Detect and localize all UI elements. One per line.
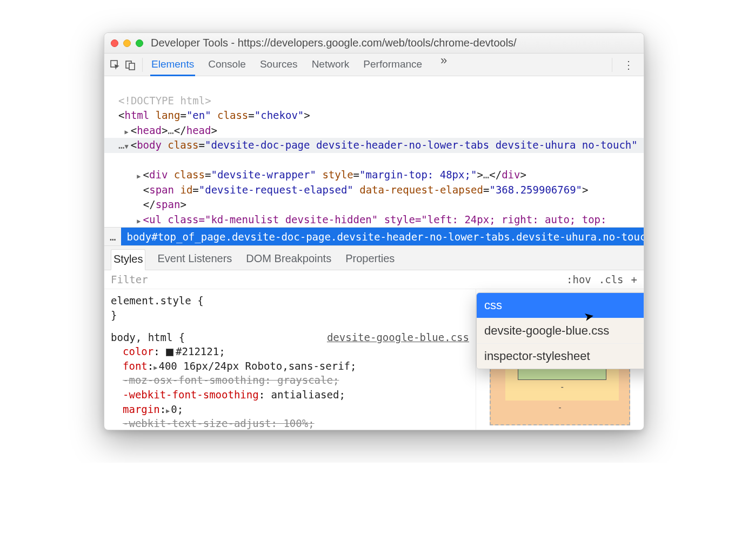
- expand-triangle-icon[interactable]: [137, 214, 143, 225]
- svg-rect-2: [129, 63, 135, 70]
- dom-doctype: <!DOCTYPE html>: [104, 95, 211, 106]
- expand-triangle-icon[interactable]: [124, 124, 130, 136]
- selector-text: element.style {: [111, 294, 469, 308]
- tab-network[interactable]: Network: [311, 54, 351, 76]
- prop-color[interactable]: color: #212121;: [111, 344, 469, 359]
- prop-moz-smoothing[interactable]: -moz-osx-font-smoothing: grayscale;: [111, 373, 469, 388]
- subtab-dom-breakpoints[interactable]: DOM Breakpoints: [244, 249, 333, 270]
- tab-sources[interactable]: Sources: [259, 54, 299, 76]
- brace-close: }: [111, 308, 469, 323]
- style-rules[interactable]: element.style { } devsite-google-blue.cs…: [104, 289, 476, 430]
- collapse-triangle-icon[interactable]: [124, 139, 130, 151]
- cls-toggle[interactable]: .cls: [599, 274, 624, 285]
- margin-bottom: -: [500, 403, 619, 412]
- window-controls: [111, 39, 143, 47]
- zoom-window-button[interactable]: [136, 39, 143, 47]
- new-style-rule-button[interactable]: +: [631, 274, 637, 285]
- prop-font[interactable]: font:400 16px/24px Roboto,sans-serif;: [111, 359, 469, 374]
- dom-div-wrapper[interactable]: <div class="devsite-wrapper" style="marg…: [104, 169, 526, 181]
- prop-webkit-adjust[interactable]: -webkit-text-size-adjust: 100%;: [111, 416, 469, 430]
- dom-tree[interactable]: <!DOCTYPE html> <html lang="en" class="c…: [104, 76, 644, 228]
- main-toolbar: Elements Console Sources Network Perform…: [104, 54, 644, 76]
- subtab-event-listeners[interactable]: Event Listeners: [155, 249, 234, 270]
- dom-span-open[interactable]: <span id="devsite-request-elapsed" data-…: [104, 184, 589, 196]
- body-html-rule[interactable]: devsite-google-blue.css body, html { col…: [111, 330, 469, 430]
- tab-console[interactable]: Console: [207, 54, 247, 76]
- prop-margin[interactable]: margin:0;: [111, 402, 469, 417]
- sidebar-tabs: Styles Event Listeners DOM Breakpoints P…: [104, 246, 644, 270]
- color-swatch-icon[interactable]: [166, 349, 173, 356]
- dom-span-close[interactable]: </span>: [104, 198, 186, 210]
- dom-body-selected[interactable]: …<body class="devsite-doc-page devsite-h…: [104, 138, 644, 153]
- dom-ul-cut[interactable]: <ul class="kd-menulist devsite-hidden" s…: [104, 214, 607, 225]
- tab-performance[interactable]: Performance: [362, 54, 423, 76]
- inspect-element-icon[interactable]: [108, 59, 123, 70]
- expand-triangle-icon[interactable]: [166, 403, 171, 415]
- more-tabs-button[interactable]: »: [435, 54, 452, 76]
- hover-toggle[interactable]: :hov: [566, 274, 591, 285]
- minimize-window-button[interactable]: [123, 39, 131, 47]
- filter-input[interactable]: Filter: [111, 274, 559, 285]
- tab-elements[interactable]: Elements: [150, 54, 195, 76]
- titlebar: Developer Tools - https://developers.goo…: [104, 33, 644, 54]
- stylesheet-popup[interactable]: css devsite-google-blue.css inspector-st…: [476, 292, 644, 369]
- dom-head[interactable]: <head>…</head>: [104, 124, 217, 136]
- toolbar-separator: [142, 58, 143, 72]
- popup-item-devsite[interactable]: devsite-google-blue.css: [477, 318, 644, 344]
- devtools-window: Developer Tools - https://developers.goo…: [104, 32, 644, 430]
- prop-webkit-smoothing[interactable]: -webkit-font-smoothing: antialiased;: [111, 388, 469, 402]
- source-file-link[interactable]: devsite-google-blue.css: [327, 330, 469, 345]
- subtab-styles[interactable]: Styles: [111, 249, 145, 270]
- close-window-button[interactable]: [111, 39, 118, 47]
- toolbar-separator: [612, 58, 612, 72]
- popup-item-css[interactable]: css: [477, 293, 644, 318]
- dom-html-open[interactable]: <html lang="en" class="chekov">: [104, 109, 310, 121]
- window-title: Developer Tools - https://developers.goo…: [151, 37, 517, 49]
- panel-tabs: Elements Console Sources Network Perform…: [147, 54, 607, 76]
- device-toggle-icon[interactable]: [123, 59, 138, 70]
- border-bottom: -: [513, 382, 611, 392]
- element-style-block[interactable]: element.style { }: [111, 294, 469, 322]
- popup-item-inspector[interactable]: inspector-stylesheet: [477, 344, 644, 369]
- settings-menu-icon[interactable]: ⋮: [617, 58, 640, 71]
- breadcrumb-current[interactable]: body#top_of_page.devsite-doc-page.devsit…: [121, 228, 644, 246]
- breadcrumb[interactable]: … body#top_of_page.devsite-doc-page.devs…: [104, 228, 644, 246]
- styles-filter-row: Filter :hov .cls +: [104, 270, 644, 289]
- subtab-properties[interactable]: Properties: [343, 249, 397, 270]
- expand-triangle-icon[interactable]: [137, 169, 143, 181]
- breadcrumb-ellipsis[interactable]: …: [104, 231, 121, 243]
